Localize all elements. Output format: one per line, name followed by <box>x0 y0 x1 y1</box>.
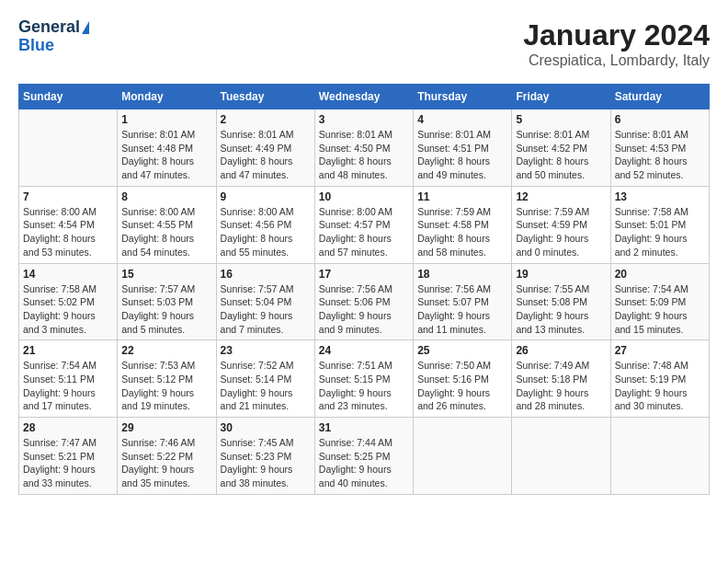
logo-icon <box>82 21 89 34</box>
calendar-cell: 24Sunrise: 7:51 AMSunset: 5:15 PMDayligh… <box>314 340 413 418</box>
day-number: 3 <box>319 113 409 126</box>
calendar-cell: 13Sunrise: 7:58 AMSunset: 5:01 PMDayligh… <box>610 186 709 263</box>
calendar-cell: 14Sunrise: 7:58 AMSunset: 5:02 PMDayligh… <box>19 263 118 340</box>
calendar-cell <box>610 418 709 495</box>
day-info: Sunrise: 7:49 AMSunset: 5:18 PMDaylight:… <box>516 359 606 413</box>
calendar-cell: 10Sunrise: 8:00 AMSunset: 4:57 PMDayligh… <box>314 186 413 263</box>
calendar-cell: 7Sunrise: 8:00 AMSunset: 4:54 PMDaylight… <box>19 186 118 263</box>
calendar-cell: 8Sunrise: 8:00 AMSunset: 4:55 PMDaylight… <box>118 186 216 263</box>
calendar-week-row: 14Sunrise: 7:58 AMSunset: 5:02 PMDayligh… <box>19 263 710 340</box>
day-number: 29 <box>121 421 211 434</box>
calendar-cell <box>512 418 610 495</box>
calendar-cell: 27Sunrise: 7:48 AMSunset: 5:19 PMDayligh… <box>610 340 709 418</box>
day-info: Sunrise: 7:54 AMSunset: 5:11 PMDaylight:… <box>23 359 113 413</box>
day-number: 11 <box>417 190 507 203</box>
calendar-cell: 6Sunrise: 8:01 AMSunset: 4:53 PMDaylight… <box>610 109 709 187</box>
day-number: 18 <box>417 268 507 281</box>
calendar-cell: 21Sunrise: 7:54 AMSunset: 5:11 PMDayligh… <box>19 340 118 418</box>
logo: General Blue <box>18 18 89 55</box>
weekday-header: Thursday <box>414 85 512 109</box>
weekday-header: Tuesday <box>216 85 314 109</box>
day-number: 7 <box>23 190 113 203</box>
day-number: 25 <box>417 344 507 357</box>
calendar-week-row: 1Sunrise: 8:01 AMSunset: 4:48 PMDaylight… <box>19 109 710 187</box>
day-number: 30 <box>221 421 311 434</box>
day-info: Sunrise: 7:51 AMSunset: 5:15 PMDaylight:… <box>319 359 409 413</box>
calendar-cell: 30Sunrise: 7:45 AMSunset: 5:23 PMDayligh… <box>216 418 314 495</box>
calendar-cell: 25Sunrise: 7:50 AMSunset: 5:16 PMDayligh… <box>414 340 512 418</box>
weekday-header-row: SundayMondayTuesdayWednesdayThursdayFrid… <box>19 85 710 109</box>
day-number: 23 <box>221 344 311 357</box>
calendar-cell: 28Sunrise: 7:47 AMSunset: 5:21 PMDayligh… <box>19 418 118 495</box>
logo-general: General <box>18 17 80 36</box>
calendar-subtitle: Crespiatica, Lombardy, Italy <box>523 52 710 69</box>
calendar-cell: 5Sunrise: 8:01 AMSunset: 4:52 PMDaylight… <box>512 109 610 187</box>
page-header: General Blue January 2024 Crespiatica, L… <box>18 18 710 69</box>
day-number: 24 <box>319 344 409 357</box>
calendar-table: SundayMondayTuesdayWednesdayThursdayFrid… <box>18 84 710 495</box>
weekday-header: Wednesday <box>314 85 413 109</box>
day-number: 15 <box>121 268 211 281</box>
calendar-title: January 2024 <box>523 18 710 52</box>
day-number: 27 <box>615 344 705 357</box>
day-number: 21 <box>23 344 113 357</box>
day-info: Sunrise: 8:00 AMSunset: 4:56 PMDaylight:… <box>221 205 311 259</box>
calendar-cell <box>414 418 512 495</box>
day-number: 4 <box>417 113 507 126</box>
calendar-cell: 23Sunrise: 7:52 AMSunset: 5:14 PMDayligh… <box>216 340 314 418</box>
calendar-cell: 20Sunrise: 7:54 AMSunset: 5:09 PMDayligh… <box>610 263 709 340</box>
day-info: Sunrise: 7:46 AMSunset: 5:22 PMDaylight:… <box>121 436 211 490</box>
day-number: 2 <box>221 113 311 126</box>
weekday-header: Saturday <box>610 85 709 109</box>
day-number: 19 <box>516 268 606 281</box>
day-info: Sunrise: 7:54 AMSunset: 5:09 PMDaylight:… <box>615 282 705 337</box>
day-info: Sunrise: 7:48 AMSunset: 5:19 PMDaylight:… <box>615 359 705 413</box>
day-info: Sunrise: 7:45 AMSunset: 5:23 PMDaylight:… <box>221 436 311 490</box>
calendar-cell: 2Sunrise: 8:01 AMSunset: 4:49 PMDaylight… <box>216 109 314 187</box>
calendar-week-row: 28Sunrise: 7:47 AMSunset: 5:21 PMDayligh… <box>19 418 710 495</box>
day-info: Sunrise: 8:00 AMSunset: 4:54 PMDaylight:… <box>23 205 113 259</box>
calendar-cell: 26Sunrise: 7:49 AMSunset: 5:18 PMDayligh… <box>512 340 610 418</box>
calendar-cell: 4Sunrise: 8:01 AMSunset: 4:51 PMDaylight… <box>414 109 512 187</box>
calendar-week-row: 7Sunrise: 8:00 AMSunset: 4:54 PMDaylight… <box>19 186 710 263</box>
day-info: Sunrise: 7:55 AMSunset: 5:08 PMDaylight:… <box>516 282 606 337</box>
day-number: 13 <box>615 190 705 203</box>
day-info: Sunrise: 7:58 AMSunset: 5:01 PMDaylight:… <box>615 205 705 259</box>
day-info: Sunrise: 7:57 AMSunset: 5:04 PMDaylight:… <box>221 282 311 337</box>
calendar-cell: 9Sunrise: 8:00 AMSunset: 4:56 PMDaylight… <box>216 186 314 263</box>
day-info: Sunrise: 8:01 AMSunset: 4:50 PMDaylight:… <box>319 128 409 182</box>
day-number: 9 <box>221 190 311 203</box>
day-number: 16 <box>221 268 311 281</box>
day-info: Sunrise: 7:52 AMSunset: 5:14 PMDaylight:… <box>221 359 311 413</box>
day-info: Sunrise: 8:01 AMSunset: 4:51 PMDaylight:… <box>417 128 507 182</box>
day-info: Sunrise: 8:01 AMSunset: 4:48 PMDaylight:… <box>121 128 211 182</box>
calendar-cell: 11Sunrise: 7:59 AMSunset: 4:58 PMDayligh… <box>414 186 512 263</box>
day-number: 6 <box>615 113 705 126</box>
day-info: Sunrise: 7:57 AMSunset: 5:03 PMDaylight:… <box>121 282 211 337</box>
day-info: Sunrise: 8:01 AMSunset: 4:52 PMDaylight:… <box>516 128 606 182</box>
day-info: Sunrise: 8:00 AMSunset: 4:55 PMDaylight:… <box>121 205 211 259</box>
day-number: 17 <box>319 268 409 281</box>
day-number: 26 <box>516 344 606 357</box>
day-info: Sunrise: 8:00 AMSunset: 4:57 PMDaylight:… <box>319 205 409 259</box>
title-area: January 2024 Crespiatica, Lombardy, Ital… <box>523 18 710 69</box>
day-info: Sunrise: 7:47 AMSunset: 5:21 PMDaylight:… <box>23 436 113 490</box>
day-info: Sunrise: 7:56 AMSunset: 5:06 PMDaylight:… <box>319 282 409 337</box>
calendar-cell: 15Sunrise: 7:57 AMSunset: 5:03 PMDayligh… <box>118 263 216 340</box>
calendar-cell: 19Sunrise: 7:55 AMSunset: 5:08 PMDayligh… <box>512 263 610 340</box>
day-number: 8 <box>121 190 211 203</box>
day-number: 14 <box>23 268 113 281</box>
calendar-cell: 18Sunrise: 7:56 AMSunset: 5:07 PMDayligh… <box>414 263 512 340</box>
calendar-cell: 16Sunrise: 7:57 AMSunset: 5:04 PMDayligh… <box>216 263 314 340</box>
weekday-header: Monday <box>118 85 216 109</box>
calendar-week-row: 21Sunrise: 7:54 AMSunset: 5:11 PMDayligh… <box>19 340 710 418</box>
weekday-header: Sunday <box>19 85 118 109</box>
day-info: Sunrise: 7:59 AMSunset: 4:58 PMDaylight:… <box>417 205 507 259</box>
day-info: Sunrise: 8:01 AMSunset: 4:53 PMDaylight:… <box>615 128 705 182</box>
day-number: 22 <box>121 344 211 357</box>
calendar-cell: 29Sunrise: 7:46 AMSunset: 5:22 PMDayligh… <box>118 418 216 495</box>
day-number: 31 <box>319 421 409 434</box>
day-number: 28 <box>23 421 113 434</box>
day-info: Sunrise: 7:50 AMSunset: 5:16 PMDaylight:… <box>417 359 507 413</box>
day-info: Sunrise: 8:01 AMSunset: 4:49 PMDaylight:… <box>221 128 311 182</box>
